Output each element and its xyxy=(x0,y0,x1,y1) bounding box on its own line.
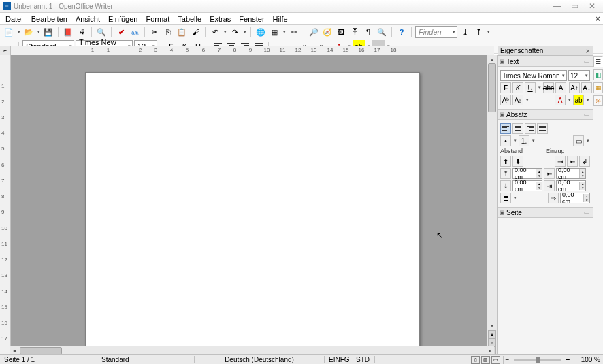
spacing-below-spinner[interactable]: 0,00 cm▴▾ xyxy=(512,180,542,191)
scroll-up-arrow[interactable]: ▴ xyxy=(487,55,497,63)
panel-superscript-button[interactable]: Aᵇ xyxy=(500,95,511,105)
hscroll-thumb[interactable] xyxy=(20,347,62,354)
panel-strike-button[interactable]: abc xyxy=(543,82,554,93)
new-doc-button[interactable]: 📄 xyxy=(3,26,15,38)
print-button[interactable]: 🖨 xyxy=(76,26,88,38)
panel-subscript-button[interactable]: Aᵦ xyxy=(512,95,523,105)
undo-dropdown[interactable]: ▾ xyxy=(223,29,227,35)
sidebar-tab-properties[interactable]: ☰ xyxy=(593,56,603,67)
section-absatz-header[interactable]: ▣ Absatz ▭ xyxy=(498,109,593,120)
panel-bg-color-button[interactable]: ▭ xyxy=(573,135,584,146)
table-dropdown[interactable]: ▾ xyxy=(282,29,287,35)
document-page[interactable] xyxy=(85,72,420,355)
help-button[interactable]: ? xyxy=(395,26,408,38)
panel-align-center-button[interactable] xyxy=(512,123,523,134)
panel-highlight-button[interactable]: ab xyxy=(573,95,584,105)
status-language[interactable]: Deutsch (Deutschland) xyxy=(195,356,325,363)
show-draw-button[interactable]: ✏ xyxy=(288,26,300,38)
first-line-indent-spinner[interactable]: 0,00 cm▴▾ xyxy=(560,193,590,203)
sidebar-tab-gallery[interactable]: ▦ xyxy=(593,82,603,93)
spellcheck-button[interactable]: ✔ xyxy=(115,26,127,38)
line-spacing-dropdown[interactable]: ▾ xyxy=(512,195,517,201)
status-insert-mode[interactable]: EINFG xyxy=(325,356,351,363)
vertical-scrollbar[interactable]: ▴ ▾ ▴ ◦ ▾ xyxy=(487,55,497,355)
panel-align-justify-button[interactable] xyxy=(537,123,548,134)
find-toolbar-input[interactable]: Finden ▾ xyxy=(415,26,457,38)
menu-tabelle[interactable]: Tabelle xyxy=(174,15,206,23)
zoom-out-button[interactable]: − xyxy=(504,356,511,363)
copy-button[interactable]: ⎘ xyxy=(162,26,174,38)
zoom-button[interactable]: 🔍 xyxy=(376,26,388,38)
close-document-button[interactable]: × xyxy=(595,14,600,24)
sidebar-tab-styles[interactable]: ◧ xyxy=(593,69,603,80)
sidebar-tab-navigator[interactable]: ◎ xyxy=(593,95,603,106)
panel-align-left-button[interactable] xyxy=(500,123,511,134)
panel-spacing-dropdown[interactable]: ▾ xyxy=(525,97,529,103)
hyperlink-button[interactable]: 🌐 xyxy=(255,26,267,38)
menu-extras[interactable]: Extras xyxy=(206,15,235,23)
view-multi-page-button[interactable]: ▥ xyxy=(481,356,490,364)
vertical-ruler[interactable]: 1 2 3 4 5 6 7 8 9 10 11 12 13 14 15 16 1… xyxy=(0,55,11,355)
panel-highlight-dropdown[interactable]: ▾ xyxy=(585,97,590,103)
vscroll-thumb[interactable] xyxy=(488,63,496,112)
view-book-button[interactable]: ▭ xyxy=(491,356,500,364)
navigator-button[interactable]: 🧭 xyxy=(321,26,333,38)
panel-underline-button[interactable]: U xyxy=(525,82,536,93)
section-seite-more[interactable]: ▭ xyxy=(583,209,591,216)
panel-increase-font-button[interactable]: A↑ xyxy=(569,82,580,93)
spacing-above-spinner[interactable]: 0,00 cm▴▾ xyxy=(512,168,542,179)
section-seite-header[interactable]: ▣ Seite ▭ xyxy=(498,207,593,218)
redo-dropdown[interactable]: ▾ xyxy=(242,29,247,35)
panel-numbering-button[interactable]: 1. xyxy=(519,135,529,146)
indent-right-spinner[interactable]: 0,00 cm▴▾ xyxy=(556,180,586,191)
data-sources-button[interactable]: 🗄 xyxy=(348,26,361,38)
menu-ansicht[interactable]: Ansicht xyxy=(71,15,104,23)
indent-left-spinner[interactable]: 0,00 cm▴▾ xyxy=(556,168,586,179)
panel-bg-color-dropdown[interactable]: ▾ xyxy=(585,138,590,144)
panel-font-color-dropdown[interactable]: ▾ xyxy=(567,97,572,103)
open-dropdown[interactable]: ▾ xyxy=(36,29,41,35)
status-signature[interactable] xyxy=(375,356,393,363)
panel-font-name-combo[interactable]: Times New Roman ▾ xyxy=(500,70,567,81)
section-text-more[interactable]: ▭ xyxy=(583,58,591,65)
panel-bullets-dropdown[interactable]: ▾ xyxy=(512,138,517,144)
print-preview-button[interactable]: 🔍 xyxy=(95,26,108,38)
auto-spellcheck-button[interactable]: ㏂ xyxy=(129,26,141,38)
find-prev-button[interactable]: ⤒ xyxy=(472,26,485,38)
line-spacing-button[interactable]: ≣ xyxy=(500,193,511,203)
document-viewport[interactable]: ↖ xyxy=(11,55,487,355)
section-absatz-more[interactable]: ▭ xyxy=(583,111,591,118)
zoom-in-button[interactable]: + xyxy=(564,356,572,363)
panel-underline-dropdown[interactable]: ▾ xyxy=(537,85,542,90)
hanging-indent-button[interactable]: ↲ xyxy=(579,156,590,167)
properties-close-button[interactable]: × xyxy=(586,47,590,55)
save-button[interactable]: 💾 xyxy=(42,26,54,38)
table-button[interactable]: ▦ xyxy=(268,26,280,38)
section-text-header[interactable]: ▣ Text ▭ xyxy=(498,56,593,67)
hscroll-right-arrow[interactable]: ▸ xyxy=(486,347,494,354)
horizontal-scrollbar[interactable]: ◂ ▸ xyxy=(10,346,494,355)
find-replace-button[interactable]: 🔎 xyxy=(308,26,320,38)
panel-font-color-button[interactable]: A xyxy=(555,95,566,105)
status-page[interactable]: Seite 1 / 1 xyxy=(0,356,97,363)
menu-bearbeiten[interactable]: Bearbeiten xyxy=(27,15,71,23)
panel-decrease-font-button[interactable]: A↓ xyxy=(581,82,592,93)
find-next-button[interactable]: ⤓ xyxy=(459,26,471,38)
undo-button[interactable]: ↶ xyxy=(209,26,221,38)
panel-font-size-combo[interactable]: 12 ▾ xyxy=(568,70,590,81)
minimize-button[interactable]: — xyxy=(549,1,565,11)
open-button[interactable]: 📂 xyxy=(22,26,35,38)
redo-button[interactable]: ↷ xyxy=(229,26,241,38)
panel-italic-button[interactable]: K xyxy=(512,82,523,93)
maximize-button[interactable]: ▭ xyxy=(566,1,583,11)
zoom-percent[interactable]: 100 % xyxy=(572,356,603,363)
status-selection-mode[interactable]: STD xyxy=(351,356,375,363)
export-pdf-button[interactable]: 📕 xyxy=(62,26,74,38)
toolbar-overflow[interactable]: ▾ xyxy=(486,29,491,35)
close-window-button[interactable]: ✕ xyxy=(584,1,600,11)
nonprinting-chars-button[interactable]: ¶ xyxy=(362,26,374,38)
panel-bullets-button[interactable]: • xyxy=(500,135,511,146)
panel-shadow-button[interactable]: A xyxy=(555,82,566,93)
status-style[interactable]: Standard xyxy=(97,356,195,363)
menu-datei[interactable]: Datei xyxy=(1,15,27,23)
